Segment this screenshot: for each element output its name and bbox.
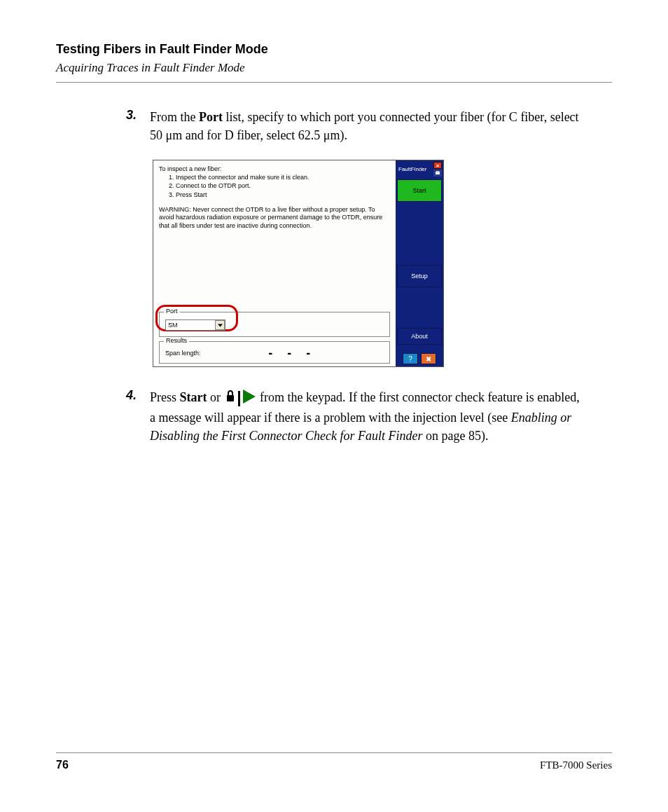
port-group: Port SM	[159, 312, 390, 337]
span-length-label: Span length:	[165, 350, 201, 357]
app-screenshot: To inspect a new fiber: 1. Inspect the c…	[153, 160, 444, 367]
instructions-title: To inspect a new fiber:	[159, 165, 390, 173]
play-icon	[243, 390, 256, 408]
instructions-list: 1. Inspect the connector and make sure i…	[159, 173, 390, 198]
text: From the	[150, 110, 199, 124]
footer-divider	[56, 752, 612, 753]
step-3: 3. From the Port list, specify to which …	[126, 108, 612, 144]
page-footer: 76 FTB-7000 Series	[56, 752, 612, 771]
step-body: Press Start or from the keypad. If the f…	[150, 388, 584, 445]
print-icon[interactable]	[433, 170, 442, 177]
svg-marker-4	[243, 390, 256, 404]
port-group-label: Port	[164, 308, 180, 315]
setup-button[interactable]: Setup	[397, 265, 442, 287]
step-4: 4. Press Start or from the keypad. If th…	[126, 388, 612, 445]
help-icon[interactable]: ?	[403, 353, 418, 364]
instruction-item: 3. Press Start	[169, 191, 390, 199]
step-number: 3.	[126, 108, 150, 144]
section-subtitle: Acquiring Traces in Fault Finder Mode	[56, 61, 612, 75]
product-series: FTB-7000 Series	[540, 759, 612, 771]
page-number: 76	[56, 759, 69, 771]
text: on page 85).	[422, 429, 488, 443]
svg-marker-0	[218, 324, 223, 326]
svg-rect-3	[227, 395, 234, 401]
section-title: Testing Fibers in Fault Finder Mode	[56, 42, 612, 57]
app-sidebar: FaultFinder × Start Setup About ? ✖	[396, 160, 443, 366]
close-icon[interactable]: ×	[433, 162, 442, 169]
app-title: FaultFinder	[397, 166, 433, 172]
divider	[56, 82, 612, 83]
svg-rect-2	[436, 171, 439, 172]
step-body: From the Port list, specify to which por…	[150, 108, 584, 144]
instruction-item: 2. Connect to the OTDR port.	[169, 181, 390, 190]
span-length-value: - - -	[201, 349, 384, 357]
results-group: Results Span length: - - -	[159, 341, 390, 364]
instructions: To inspect a new fiber: 1. Inspect the c…	[159, 165, 390, 199]
text-bold: Start	[180, 390, 207, 404]
results-group-label: Results	[164, 337, 189, 344]
text-bold: Port	[199, 110, 223, 124]
chevron-down-icon[interactable]	[215, 320, 225, 330]
keypad-icons	[225, 390, 256, 408]
text: or	[207, 390, 224, 404]
lock-icon	[225, 390, 235, 408]
exit-icon[interactable]: ✖	[421, 353, 436, 364]
port-dropdown[interactable]: SM	[165, 319, 225, 331]
about-button[interactable]: About	[397, 328, 442, 345]
instruction-item: 1. Inspect the connector and make sure i…	[169, 173, 390, 181]
warning-text: WARNING: Never connect the OTDR to a liv…	[159, 206, 390, 230]
app-main-panel: To inspect a new fiber: 1. Inspect the c…	[153, 160, 396, 366]
app-titlebar: FaultFinder ×	[397, 162, 442, 177]
text: Press	[150, 390, 180, 404]
port-value: SM	[166, 322, 215, 329]
bar-icon	[238, 391, 240, 406]
step-number: 4.	[126, 388, 150, 445]
start-button[interactable]: Start	[397, 179, 442, 202]
